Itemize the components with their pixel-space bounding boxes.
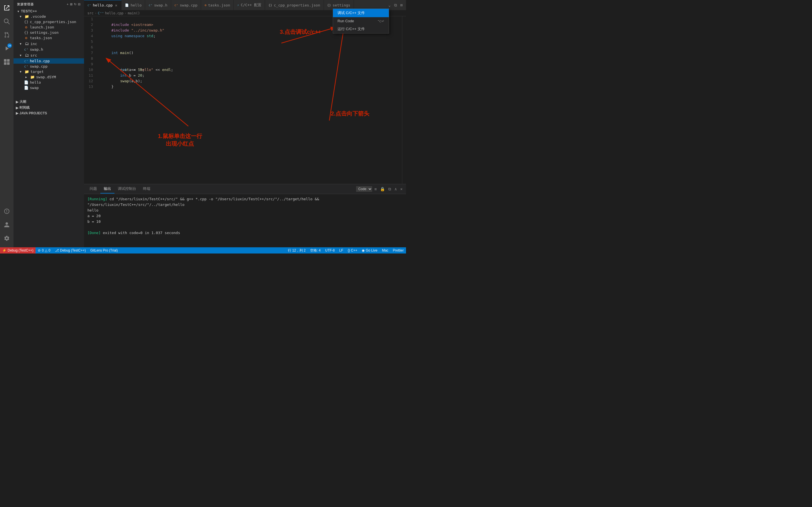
status-git-branch[interactable]: ⎇ Debug (TestC++) <box>53 247 88 253</box>
activity-account[interactable] <box>0 218 13 231</box>
status-golive[interactable]: ◉ Go Live <box>359 247 379 253</box>
code-line-12[interactable]: } <box>98 78 402 84</box>
refresh-icon[interactable]: ↻ <box>74 3 77 6</box>
inc-label: inc <box>31 42 84 46</box>
panel-output-dropdown[interactable]: Code <box>356 186 372 192</box>
panel-copy-icon[interactable]: ⧉ <box>387 186 392 193</box>
tree-hello-file[interactable]: 📄 hello <box>13 80 84 85</box>
tab-hello-cpp[interactable]: c⁺ hello.cpp × <box>84 0 121 10</box>
status-prettier[interactable]: Prettier <box>391 247 406 253</box>
tree-vscode[interactable]: ▼ 📁 .vscode <box>13 14 84 19</box>
breadcrumb-file[interactable]: hello.cpp <box>105 11 123 15</box>
tree-swap-cpp[interactable]: c⁺ swap.cpp <box>13 64 84 69</box>
panel-up-icon[interactable]: ∧ <box>393 186 398 192</box>
tree-settings-json[interactable]: {} settings.json <box>13 30 84 35</box>
new-folder-icon[interactable]: ⊞ <box>70 3 73 6</box>
dropdown-run-cpp-label: 运行 C/C++ 文件 <box>338 26 365 32</box>
collapse-icon[interactable]: ⊟ <box>78 3 81 6</box>
panel-tab-terminal[interactable]: 终端 <box>140 184 154 193</box>
panel-tabs: 问题 输出 调试控制台 终端 Code ≡ 🔒 ⧉ ∧ × <box>84 184 406 194</box>
panel-close-icon[interactable]: × <box>399 186 404 192</box>
java-arrow: ▶ <box>16 111 18 115</box>
status-errors[interactable]: ⊘ 0 △ 0 <box>36 247 52 253</box>
split-editor-btn[interactable]: ⧉ <box>393 2 398 9</box>
tree-hello-cpp[interactable]: c⁺ hello.cpp <box>13 58 84 64</box>
tasks-label: tasks.json <box>30 36 84 40</box>
tab-tasks-json[interactable]: ⚙ tasks.json <box>201 0 234 10</box>
tab-hello-cpp-close[interactable]: × <box>114 3 118 8</box>
status-debug-icon: ⚡ <box>2 248 6 252</box>
tab-cpp-config[interactable]: ⚡ C/C++ 配置 <box>234 0 265 10</box>
root-arrow: ▼ <box>17 10 20 13</box>
tab-hello[interactable]: 📄 hello <box>121 0 145 10</box>
tree-target[interactable]: ▼ 📁 target <box>13 69 84 74</box>
tree-java[interactable]: ▶ JAVA PROJECTS <box>13 111 84 116</box>
dropdown-debug-cpp[interactable]: 调试 C/C++ 文件 <box>333 9 389 17</box>
panel-lock-icon[interactable]: 🔒 <box>379 186 386 192</box>
error-count: 0 <box>42 248 44 252</box>
panel-list-icon[interactable]: ≡ <box>373 186 378 192</box>
tree-outline[interactable]: ▶ 大纲 <box>13 99 84 105</box>
activity-extensions[interactable] <box>0 55 13 69</box>
sidebar: 资源管理器 + ⊞ ↻ ⊟ ▼ TESTC++ ▼ 📁 .vscode {} c… <box>13 0 84 247</box>
output-line-hello: hello <box>87 208 403 213</box>
activity-settings[interactable] <box>0 231 13 245</box>
tree-timeline[interactable]: ▶ 时间线 <box>13 105 84 111</box>
layout-btn[interactable]: ⊞ <box>399 2 404 8</box>
hello-file-icon: 📄 <box>24 80 29 84</box>
tab-swap-cpp[interactable]: c⁺ swap.cpp <box>171 0 201 10</box>
status-gitlens[interactable]: GitLens Pro (Trial) <box>88 247 120 253</box>
breadcrumb-symbol[interactable]: main() <box>128 11 140 15</box>
activity-scm[interactable] <box>0 28 13 42</box>
git-branch-label: Debug (TestC++) <box>60 248 86 252</box>
code-line-6[interactable]: int main() <box>98 45 402 50</box>
tree-inc[interactable]: ▼ 🗂 inc <box>13 41 84 47</box>
panel: 问题 输出 调试控制台 终端 Code ≡ 🔒 ⧉ ∧ × [Running] … <box>84 184 406 247</box>
encoding-label: UTF-8 <box>325 248 335 252</box>
tree-launch-json[interactable]: ⚙ launch.json <box>13 24 84 30</box>
status-position[interactable]: 行 12，列 2 <box>286 247 308 253</box>
activity-search[interactable] <box>0 15 13 28</box>
status-debug[interactable]: ⚡ Debug (TestC++) <box>0 247 36 253</box>
tab-c-cpp-props[interactable]: {} c_cpp_properties.json <box>265 0 324 10</box>
code-line-9[interactable]: int a = 10; <box>98 61 402 67</box>
dropdown-run-code[interactable]: Run Code ⌥↵ <box>333 17 389 25</box>
tree-root[interactable]: ▼ TESTC++ <box>13 9 84 14</box>
tree-c-cpp-props[interactable]: {} c_cpp_properties.json <box>13 19 84 24</box>
code-line-13[interactable] <box>98 84 402 90</box>
breadcrumb-cpp-icon: C⁺⁺ <box>98 11 104 15</box>
more-tabs-btn[interactable]: ⌄ <box>387 2 392 8</box>
panel-tab-debug-console[interactable]: 调试控制台 <box>114 184 140 193</box>
tree-swap-dsym[interactable]: ▶ 📁 swap.dSYM <box>13 74 84 80</box>
new-file-icon[interactable]: + <box>67 3 69 6</box>
outline-arrow: ▶ <box>16 100 18 104</box>
tab-swap-h[interactable]: c⁺ swap.h <box>145 0 171 10</box>
inc-folder-icon: 🗂 <box>24 41 29 46</box>
code-line-8[interactable]: cout << "hello" << endl; <box>98 56 402 61</box>
dropdown-run-cpp[interactable]: 运行 C/C++ 文件 <box>333 25 389 33</box>
sidebar-title: 资源管理器 <box>17 2 34 6</box>
code-line-11[interactable]: swap(a,b); <box>98 73 402 78</box>
tree-src[interactable]: ▼ 🗂 src <box>13 52 84 58</box>
tree-swap-file[interactable]: 📄 swap <box>13 85 84 91</box>
code-line-7[interactable]: { <box>98 50 402 56</box>
status-mac[interactable]: Mac <box>380 247 391 253</box>
activity-run[interactable]: 28 <box>0 42 13 55</box>
panel-tab-output[interactable]: 输出 <box>100 184 114 193</box>
hello-cpp-label: hello.cpp <box>30 59 84 63</box>
code-line-5[interactable] <box>98 39 402 45</box>
code-line-10[interactable]: int b = 20; <box>98 67 402 73</box>
activity-remote[interactable] <box>0 205 13 218</box>
status-encoding[interactable]: UTF-8 <box>323 247 337 253</box>
tree-swap-h[interactable]: c⁺ swap.h <box>13 47 84 52</box>
tree-tasks-json[interactable]: ⚙ tasks.json <box>13 35 84 41</box>
activity-explorer[interactable] <box>0 1 13 15</box>
code-line-4[interactable] <box>98 33 402 39</box>
status-eol[interactable]: LF <box>337 247 345 253</box>
status-spaces[interactable]: 空格: 4 <box>308 247 323 253</box>
prettier-label: Prettier <box>393 248 404 252</box>
breadcrumb-src[interactable]: src <box>87 11 94 15</box>
panel-tab-problems[interactable]: 问题 <box>86 184 100 193</box>
svg-line-1 <box>8 22 10 24</box>
status-language[interactable]: {} C++ <box>345 247 359 253</box>
